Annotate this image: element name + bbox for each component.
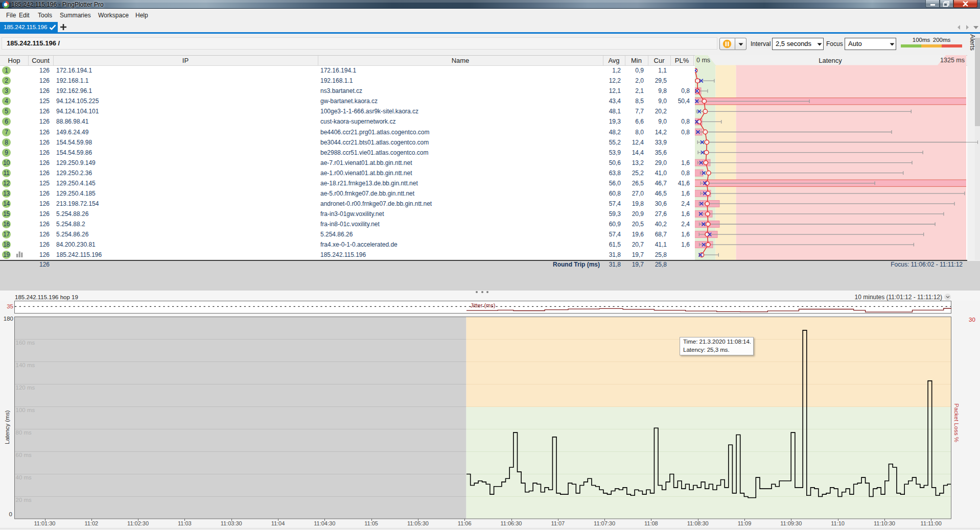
svg-text:160 ms: 160 ms [16,339,35,345]
svg-text:60 ms: 60 ms [16,451,32,457]
svg-text:120 ms: 120 ms [16,384,35,390]
svg-text:40 ms: 40 ms [16,474,32,480]
svg-text:80 ms: 80 ms [16,429,32,435]
svg-text:20 ms: 20 ms [16,496,32,502]
svg-text:100 ms: 100 ms [16,406,35,413]
svg-text:140 ms: 140 ms [16,362,35,368]
